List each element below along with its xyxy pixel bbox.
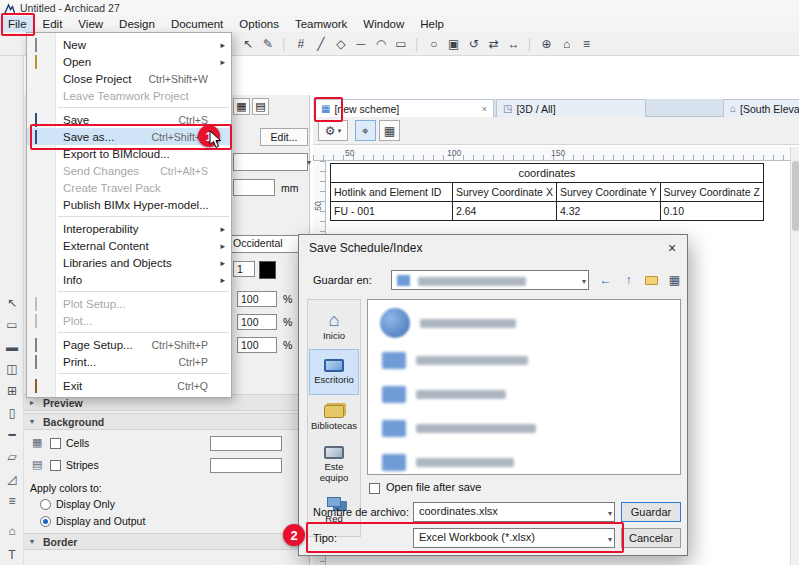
- slab-tool-icon[interactable]: ▱: [0, 450, 24, 464]
- scale-field[interactable]: 100: [237, 337, 277, 353]
- crosshair-icon[interactable]: ⌖: [355, 120, 376, 141]
- font-dropdown[interactable]: Occidental: [229, 235, 308, 253]
- file-list[interactable]: [367, 299, 681, 475]
- tab-south-elevation[interactable]: ⌂ [South Elevation]: [723, 99, 799, 117]
- menu-item-exit[interactable]: Exit Ctrl+Q: [27, 377, 231, 394]
- user-folder-icon[interactable]: [380, 308, 410, 338]
- grid-view-icon[interactable]: ▦: [379, 120, 400, 141]
- new-folder-icon[interactable]: [641, 270, 662, 290]
- tab-3d-all[interactable]: ◳ [3D / All]: [496, 99, 646, 117]
- pen-color-swatch[interactable]: [259, 261, 276, 279]
- menu-options[interactable]: Options: [231, 16, 287, 32]
- wall-tool-icon[interactable]: ▬: [0, 340, 24, 354]
- grid-icon[interactable]: #: [291, 33, 311, 55]
- group-icon[interactable]: ▣: [444, 33, 464, 55]
- edit-button[interactable]: Edit...: [260, 128, 308, 146]
- menu-item-page-setup[interactable]: Page Setup... Ctrl+Shift+P: [27, 336, 231, 353]
- vertical-scrollbar[interactable]: [790, 147, 799, 565]
- cells-checkbox[interactable]: [50, 438, 61, 449]
- percent-label: %: [283, 339, 292, 351]
- dialog-titlebar[interactable]: Save Schedule/Index: [299, 235, 687, 261]
- line-tool-icon[interactable]: ─: [351, 33, 371, 55]
- filename-input[interactable]: coordinates.xlsx ▾: [413, 502, 615, 522]
- scale-field[interactable]: 100: [237, 291, 277, 307]
- roof-tool-icon[interactable]: ◿: [0, 472, 24, 486]
- menu-teamwork[interactable]: Teamwork: [287, 16, 355, 32]
- box-tool-icon[interactable]: ▭: [391, 33, 411, 55]
- menu-item-new[interactable]: New ▸: [27, 36, 231, 53]
- place-escritorio[interactable]: Escritorio: [310, 350, 358, 394]
- close-icon[interactable]: ×: [482, 104, 487, 114]
- scrollbar-thumb[interactable]: [792, 161, 799, 231]
- menu-design[interactable]: Design: [111, 16, 163, 32]
- view-menu-icon[interactable]: ▦: [664, 270, 685, 290]
- 3d-view-icon: ◳: [503, 103, 512, 114]
- door-tool-icon[interactable]: ◫: [0, 362, 24, 376]
- marquee-tool-icon[interactable]: ▭: [0, 318, 24, 332]
- scale-field[interactable]: 100: [237, 314, 277, 330]
- close-icon[interactable]: ×: [659, 237, 685, 259]
- display-only-radio[interactable]: [40, 499, 51, 510]
- mirror-icon[interactable]: ⇄: [484, 33, 504, 55]
- menu-item-external-content[interactable]: External Content ▸: [27, 237, 231, 254]
- home-icon[interactable]: ⌂: [557, 33, 577, 55]
- menu-item-print[interactable]: Print... Ctrl+P: [27, 353, 231, 370]
- column-tool-icon[interactable]: ▯: [0, 406, 24, 420]
- menu-document[interactable]: Document: [163, 16, 231, 32]
- guideline-icon[interactable]: ╱: [311, 33, 331, 55]
- folder-icon[interactable]: [382, 352, 406, 369]
- menu-item-libraries-and-objects[interactable]: Libraries and Objects ▸: [27, 254, 231, 271]
- horizontal-ruler[interactable]: 50 100 150: [313, 147, 790, 161]
- place-inicio[interactable]: ⌂ Inicio: [310, 304, 358, 348]
- circle-tool-icon[interactable]: ○: [424, 33, 444, 55]
- dimension-icon[interactable]: ↔: [504, 33, 524, 55]
- open-after-save-checkbox[interactable]: [369, 483, 380, 494]
- percent-label: %: [283, 316, 292, 328]
- menu-view[interactable]: View: [70, 16, 111, 32]
- select-tool-icon[interactable]: ↖: [238, 33, 258, 55]
- size-field[interactable]: [233, 179, 275, 196]
- panel-dropdown[interactable]: [233, 153, 308, 171]
- display-and-output-radio[interactable]: [40, 516, 51, 527]
- beam-tool-icon[interactable]: ━: [0, 428, 24, 442]
- menu-item-info[interactable]: Info ▸: [27, 271, 231, 288]
- back-icon[interactable]: ←: [595, 270, 616, 290]
- menu-item-publish-bimx-hyper-model[interactable]: Publish BIMx Hyper-model...: [27, 196, 231, 213]
- menu-item-close-project[interactable]: Close Project Ctrl+Shift+W: [27, 70, 231, 87]
- stripes-checkbox[interactable]: [50, 460, 61, 471]
- pen-tool-icon[interactable]: ✎: [258, 33, 278, 55]
- text-tool-icon[interactable]: T: [0, 548, 24, 562]
- snap-icon[interactable]: ◇: [331, 33, 351, 55]
- place-bibliotecas[interactable]: Bibliotecas: [310, 396, 358, 440]
- pen-field[interactable]: 1: [233, 261, 255, 277]
- place-este-equipo[interactable]: Este equipo: [310, 442, 358, 486]
- menu-help[interactable]: Help: [412, 16, 452, 32]
- save-button[interactable]: Guardar: [621, 502, 681, 522]
- scheme-settings-gear-button[interactable]: ⚙ ▾: [318, 120, 348, 141]
- stair-tool-icon[interactable]: ≡: [0, 494, 24, 508]
- select-tool-icon[interactable]: ↖: [0, 296, 24, 310]
- background-section[interactable]: ▾ Background: [24, 413, 310, 430]
- cells-color-field[interactable]: [210, 436, 282, 451]
- scheme-format-icon[interactable]: ▤: [252, 98, 269, 115]
- menu-item-interoperability[interactable]: Interoperability ▸: [27, 220, 231, 237]
- menu-window[interactable]: Window: [355, 16, 412, 32]
- scheme-fields-icon[interactable]: ▦: [233, 98, 250, 115]
- save-in-dropdown[interactable]: ▾: [391, 270, 589, 290]
- rotate-icon[interactable]: ↺: [464, 33, 484, 55]
- cancel-button[interactable]: Cancelar: [621, 528, 681, 548]
- arc-tool-icon[interactable]: ◠: [371, 33, 391, 55]
- layers-icon[interactable]: ≡: [577, 33, 597, 55]
- menu-edit[interactable]: Edit: [35, 16, 71, 32]
- folder-icon[interactable]: [382, 420, 406, 437]
- toolbar-separator: │: [281, 38, 288, 50]
- stripes-color-field[interactable]: [210, 458, 282, 473]
- folder-icon[interactable]: [382, 454, 406, 471]
- window-tool-icon[interactable]: ⊞: [0, 384, 24, 398]
- zoom-icon[interactable]: ⊕: [537, 33, 557, 55]
- menu-item-open[interactable]: Open ▸: [27, 53, 231, 70]
- border-section[interactable]: ▾ Border: [24, 533, 310, 550]
- up-folder-icon[interactable]: ↑: [618, 270, 639, 290]
- folder-icon[interactable]: [382, 386, 406, 403]
- object-tool-icon[interactable]: ⌂: [0, 524, 24, 538]
